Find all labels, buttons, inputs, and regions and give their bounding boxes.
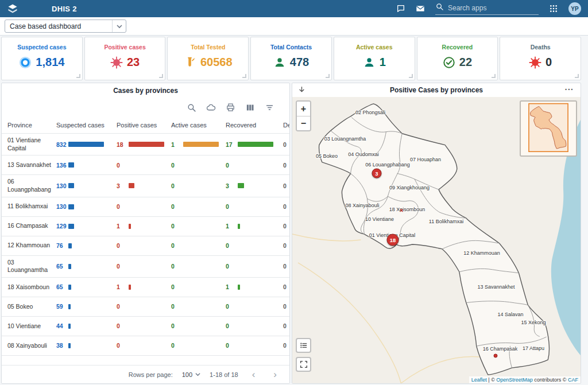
cell-value: 0 xyxy=(171,263,183,270)
user-avatar[interactable]: YP xyxy=(568,2,581,15)
cell-positive: 0 xyxy=(117,203,171,210)
table-panel-header: Cases by provinces xyxy=(2,83,289,98)
cloud-download-icon[interactable] xyxy=(206,103,216,112)
stat-card[interactable]: Total Tested60568 xyxy=(167,37,249,80)
cell-deaths: 0 xyxy=(283,263,290,270)
zoom-in-button[interactable]: + xyxy=(297,102,310,116)
search-icon[interactable] xyxy=(187,103,196,112)
cell-value: 65 xyxy=(56,283,68,290)
case-count-marker[interactable]: 18 xyxy=(387,234,399,246)
messages-icon[interactable] xyxy=(396,4,405,13)
columns-icon[interactable] xyxy=(245,103,255,112)
column-header-active[interactable]: Active cases xyxy=(171,122,226,129)
cell-value: 0 xyxy=(171,162,183,169)
table-row[interactable]: 03 Louangnamtha650000 xyxy=(2,256,289,278)
stat-card[interactable]: Total Contacts478 xyxy=(250,37,332,80)
top-header-bar: DHIS 2 YP xyxy=(0,0,588,17)
print-icon[interactable] xyxy=(226,103,235,112)
dashboard-selector[interactable]: Case based dashboard xyxy=(5,20,126,33)
chevron-down-icon xyxy=(195,372,200,377)
cell-value: 0 xyxy=(226,322,238,329)
cell-deaths: 0 xyxy=(283,303,290,310)
map-panel-header: Positive Cases by provinces ... xyxy=(292,83,581,97)
cell-active: 0 xyxy=(171,303,226,310)
table-row[interactable]: 01 Vientiane Capital832181170 xyxy=(2,134,289,155)
cell-suspected: 136 xyxy=(56,162,117,169)
stat-card[interactable]: Suspected cases1,814 xyxy=(1,37,83,80)
stat-card[interactable]: Active cases1 xyxy=(334,37,415,80)
email-icon[interactable] xyxy=(416,4,425,13)
value-bar xyxy=(68,324,71,329)
rows-per-page-select[interactable]: 100 xyxy=(182,371,200,378)
value-bar xyxy=(238,142,273,147)
data-table-toggle-button[interactable] xyxy=(296,338,311,353)
cell-value: 0 xyxy=(171,242,183,249)
column-header-recovered[interactable]: Recovered xyxy=(226,122,283,129)
case-count-marker[interactable]: 3 xyxy=(372,169,382,178)
app-title: DHIS 2 xyxy=(52,5,77,13)
province-cell: 10 Vientiane xyxy=(7,320,56,333)
province-cell: 12 Khammouan xyxy=(7,239,56,252)
value-bar xyxy=(129,183,134,188)
map-area[interactable]: + − Leaflet | © OpenStreetMap xyxy=(292,97,581,383)
province-label: 13 Savannakhet xyxy=(477,284,514,290)
cell-value: 0 xyxy=(226,263,238,270)
table-row[interactable]: 18 Xaisomboun651010 xyxy=(2,278,289,297)
cell-value: 0 xyxy=(283,182,290,189)
cell-value: 0 xyxy=(283,162,290,169)
resize-handle-icon xyxy=(326,74,330,78)
value-bar xyxy=(68,343,71,348)
table-row[interactable]: 12 Khammouan760000 xyxy=(2,236,289,256)
table-row[interactable]: 05 Bokeo590000 xyxy=(2,297,289,317)
table-row[interactable]: 08 Xainyabouli380000 xyxy=(2,336,289,356)
chevron-down-icon xyxy=(112,20,126,32)
stat-cards-row: Suspected cases1,814Positive cases23Tota… xyxy=(1,37,581,80)
openstreetmap-link[interactable]: OpenStreetMap xyxy=(496,377,533,383)
stat-card-value: 60568 xyxy=(200,56,233,69)
fullscreen-button[interactable] xyxy=(296,357,311,372)
list-icon xyxy=(299,341,308,350)
stat-card[interactable]: Positive cases23 xyxy=(84,37,166,80)
stat-card-body: 23 xyxy=(110,56,140,69)
caf-link[interactable]: CAF xyxy=(568,377,578,383)
province-label: 09 Xiangkhouang xyxy=(389,185,430,190)
column-header-positive[interactable]: Positive cases xyxy=(117,122,171,129)
cell-suspected: 129 xyxy=(56,223,117,230)
next-page-button[interactable]: › xyxy=(269,370,281,379)
filter-icon[interactable] xyxy=(265,103,274,112)
previous-page-button[interactable]: ‹ xyxy=(247,370,260,379)
value-bar xyxy=(238,183,244,188)
table-row[interactable]: 11 Bolikhamxai1300000 xyxy=(2,197,289,217)
province-cell: 05 Bokeo xyxy=(7,300,56,314)
table-row[interactable]: 06 Louangphabang1303030 xyxy=(2,175,289,197)
table-row[interactable]: 16 Champasak1291010 xyxy=(2,217,289,236)
cell-value: 18 xyxy=(117,141,129,148)
table-row[interactable]: 13 Savannakhet1360000 xyxy=(2,155,289,175)
overview-minimap[interactable] xyxy=(520,100,577,157)
stat-card[interactable]: Recovered22 xyxy=(417,37,498,80)
zoom-out-button[interactable]: − xyxy=(297,116,310,130)
cell-positive: 0 xyxy=(117,263,171,270)
cell-positive: 0 xyxy=(117,342,171,349)
stat-card[interactable]: Deaths0 xyxy=(500,37,581,80)
leaflet-link[interactable]: Leaflet xyxy=(471,377,487,383)
cell-value: 0 xyxy=(117,342,129,349)
column-header-suspected[interactable]: Suspected cases xyxy=(56,122,117,129)
check-circle-icon xyxy=(443,56,455,69)
column-header-deaths[interactable]: Deaths xyxy=(283,122,290,129)
dhis2-logo-icon[interactable] xyxy=(7,3,18,14)
case-x-marker: ✕ xyxy=(399,208,404,213)
cell-value: 0 xyxy=(117,242,129,249)
stat-card-label: Suspected cases xyxy=(17,44,66,50)
province-label: 11 Bolikhamxai xyxy=(429,219,463,224)
more-options-button[interactable]: ... xyxy=(564,83,574,92)
table-row[interactable]: 10 Vientiane440000 xyxy=(2,317,289,336)
value-bar xyxy=(68,204,74,209)
download-icon[interactable] xyxy=(297,85,306,94)
search-apps-input[interactable] xyxy=(448,4,539,12)
cell-value: 0 xyxy=(171,182,183,189)
apps-grid-icon[interactable] xyxy=(549,4,558,13)
resize-handle-icon xyxy=(409,74,413,78)
column-header-province[interactable]: Province xyxy=(7,122,56,129)
value-bar xyxy=(238,285,240,290)
